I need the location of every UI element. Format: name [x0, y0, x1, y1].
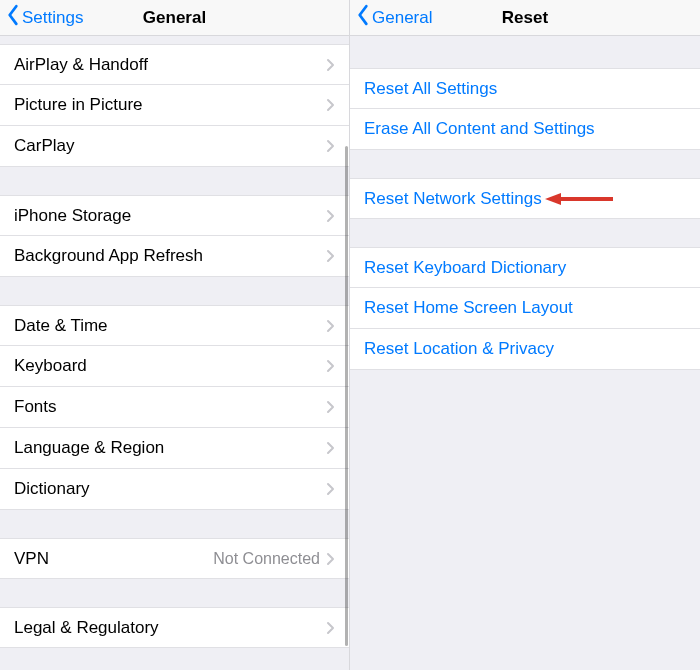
- general-scroll[interactable]: AirPlay & Handoff Picture in Picture Car…: [0, 36, 349, 670]
- reset-scroll[interactable]: Reset All Settings Erase All Content and…: [350, 36, 700, 670]
- row-keyboard[interactable]: Keyboard: [0, 346, 349, 387]
- row-detail: Not Connected: [213, 550, 320, 568]
- row-reset-home-screen-layout[interactable]: Reset Home Screen Layout: [350, 288, 700, 329]
- general-settings-pane: Settings General AirPlay & Handoff Pictu…: [0, 0, 350, 670]
- row-reset-network-settings[interactable]: Reset Network Settings: [350, 178, 700, 219]
- back-to-settings[interactable]: Settings: [0, 4, 83, 31]
- chevron-right-icon: [326, 58, 335, 72]
- row-language-region[interactable]: Language & Region: [0, 428, 349, 469]
- navbar-reset: General Reset: [350, 0, 700, 36]
- row-carplay[interactable]: CarPlay: [0, 126, 349, 167]
- svg-marker-3: [545, 193, 561, 205]
- reset-pane: General Reset Reset All Settings Erase A…: [350, 0, 700, 670]
- navbar-general: Settings General: [0, 0, 349, 36]
- row-dictionary[interactable]: Dictionary: [0, 469, 349, 510]
- row-picture-in-picture[interactable]: Picture in Picture: [0, 85, 349, 126]
- row-label: iPhone Storage: [14, 206, 326, 226]
- arrow-annotation-icon: [545, 191, 615, 207]
- chevron-right-icon: [326, 441, 335, 455]
- chevron-right-icon: [326, 621, 335, 635]
- row-label: Erase All Content and Settings: [364, 119, 595, 139]
- chevron-right-icon: [326, 209, 335, 223]
- row-label: Background App Refresh: [14, 246, 326, 266]
- row-legal-regulatory[interactable]: Legal & Regulatory: [0, 607, 349, 648]
- back-label: General: [372, 8, 432, 28]
- row-label: Fonts: [14, 397, 326, 417]
- row-label: AirPlay & Handoff: [14, 55, 326, 75]
- chevron-right-icon: [326, 359, 335, 373]
- scrollbar[interactable]: [345, 146, 348, 646]
- row-label: Keyboard: [14, 356, 326, 376]
- row-label: VPN: [14, 549, 213, 569]
- row-erase-all-content[interactable]: Erase All Content and Settings: [350, 109, 700, 150]
- chevron-right-icon: [326, 98, 335, 112]
- row-date-time[interactable]: Date & Time: [0, 305, 349, 346]
- row-label: Picture in Picture: [14, 95, 326, 115]
- chevron-right-icon: [326, 139, 335, 153]
- row-label: Reset All Settings: [364, 79, 497, 99]
- row-label: Reset Home Screen Layout: [364, 298, 573, 318]
- row-label: Reset Keyboard Dictionary: [364, 258, 566, 278]
- row-reset-location-privacy[interactable]: Reset Location & Privacy: [350, 329, 700, 370]
- chevron-left-icon: [6, 4, 20, 31]
- row-label: Dictionary: [14, 479, 326, 499]
- row-label: Legal & Regulatory: [14, 618, 326, 638]
- row-airplay-handoff[interactable]: AirPlay & Handoff: [0, 44, 349, 85]
- row-label: Date & Time: [14, 316, 326, 336]
- row-reset-all-settings[interactable]: Reset All Settings: [350, 68, 700, 109]
- row-label: Reset Network Settings: [364, 189, 542, 209]
- back-to-general[interactable]: General: [350, 4, 432, 31]
- row-iphone-storage[interactable]: iPhone Storage: [0, 195, 349, 236]
- chevron-right-icon: [326, 249, 335, 263]
- row-background-app-refresh[interactable]: Background App Refresh: [0, 236, 349, 277]
- chevron-right-icon: [326, 400, 335, 414]
- row-label: CarPlay: [14, 136, 326, 156]
- row-vpn[interactable]: VPN Not Connected: [0, 538, 349, 579]
- row-label: Language & Region: [14, 438, 326, 458]
- chevron-right-icon: [326, 552, 335, 566]
- chevron-right-icon: [326, 482, 335, 496]
- chevron-left-icon: [356, 4, 370, 31]
- row-fonts[interactable]: Fonts: [0, 387, 349, 428]
- row-reset-keyboard-dictionary[interactable]: Reset Keyboard Dictionary: [350, 247, 700, 288]
- row-label: Reset Location & Privacy: [364, 339, 554, 359]
- chevron-right-icon: [326, 319, 335, 333]
- back-label: Settings: [22, 8, 83, 28]
